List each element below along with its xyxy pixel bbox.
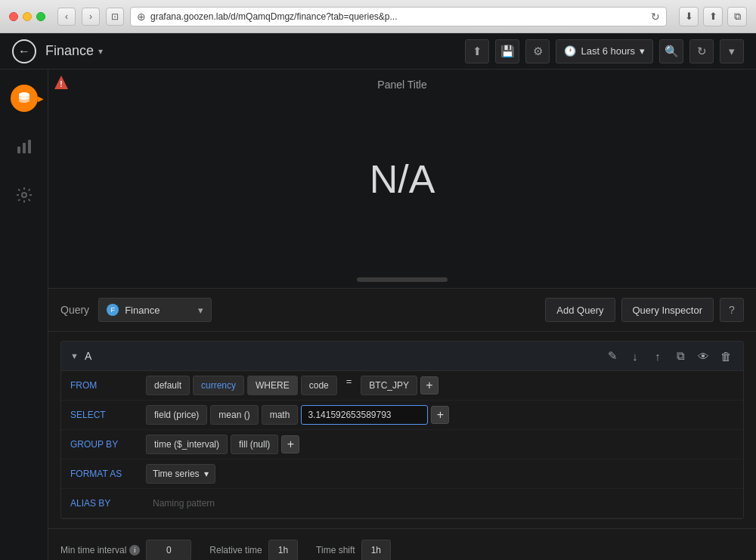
title-text: Finance xyxy=(45,43,94,59)
svg-rect-3 xyxy=(28,140,31,153)
query-block-a: ▼ A ✎ ↓ ↑ ⧉ 👁 🗑 FROM xyxy=(60,341,744,519)
format-dropdown-icon: ▾ xyxy=(204,469,209,479)
format-as-content: Time series ▾ xyxy=(146,464,734,484)
traffic-lights xyxy=(9,12,45,21)
query-block-header-a: ▼ A ✎ ↓ ↑ ⧉ 👁 🗑 xyxy=(61,342,743,371)
share-dashboard-button[interactable]: ⬆ xyxy=(465,39,489,63)
panel-area: ! Panel Title N/A xyxy=(48,70,756,289)
time-interval-selector[interactable]: time ($_interval) xyxy=(146,435,228,454)
browser-actions: ⬇ ⬆ ⧉ xyxy=(679,7,747,26)
where-field-selector[interactable]: code xyxy=(301,376,337,395)
format-select[interactable]: Time series ▾ xyxy=(146,464,215,484)
back-arrow-icon: ← xyxy=(18,45,30,58)
query-inspector-button[interactable]: Query Inspector xyxy=(621,298,714,322)
fill-selector[interactable]: fill (null) xyxy=(231,435,278,454)
panel-value: N/A xyxy=(370,156,435,202)
database-icon xyxy=(11,85,38,112)
select-content: field (price) mean () math + xyxy=(146,405,734,425)
svg-rect-2 xyxy=(23,143,26,153)
alert-badge: ! xyxy=(54,76,68,89)
where-keyword: WHERE xyxy=(247,376,298,395)
share-icon[interactable]: ⬆ xyxy=(703,7,723,26)
relative-time-label: Relative time xyxy=(209,545,262,555)
main-layout: ▶ ! Panel Title N/A xyxy=(0,70,756,560)
title-dropdown-icon[interactable]: ▾ xyxy=(98,46,103,57)
more-options-button[interactable]: ▾ xyxy=(720,39,744,63)
where-operator[interactable]: = xyxy=(340,376,358,395)
download-icon[interactable]: ⬇ xyxy=(679,7,699,26)
dashboard-settings-button[interactable]: ⚙ xyxy=(525,39,550,63)
app-header: ← Finance ▾ ⬆ 💾 ⚙ 🕐 Last 6 hours ▾ 🔍 ↻ ▾ xyxy=(0,33,756,70)
time-shift-group: Time shift 1h xyxy=(316,540,391,560)
time-shift-value[interactable]: 1h xyxy=(361,540,391,560)
move-up-icon[interactable]: ↑ xyxy=(649,348,666,364)
svg-point-4 xyxy=(22,193,26,197)
sidebar-item-database[interactable]: ▶ xyxy=(8,82,41,115)
time-picker-button[interactable]: 🕐 Last 6 hours ▾ xyxy=(556,39,653,63)
datasource-dropdown-icon: ▾ xyxy=(198,305,203,316)
svg-rect-1 xyxy=(17,147,20,153)
forward-nav-button[interactable]: › xyxy=(82,8,100,26)
time-picker-dropdown-icon: ▾ xyxy=(640,45,645,57)
title-bar: ‹ › ⊡ ⊕ grafana.goozen.lab/d/mQamqDmgz/f… xyxy=(0,0,756,33)
field-selector[interactable]: field (price) xyxy=(146,405,207,425)
search-button[interactable]: 🔍 xyxy=(659,39,683,63)
sidebar-item-chart[interactable] xyxy=(8,130,41,163)
query-editor-header: Query F Finance ▾ Add Query Query Inspec… xyxy=(48,289,756,332)
relative-time-value[interactable]: 1h xyxy=(268,540,298,560)
delete-query-icon[interactable]: 🗑 xyxy=(717,348,734,364)
globe-icon: ⊕ xyxy=(137,11,146,23)
from-label: FROM xyxy=(70,380,146,391)
content-area: ! Panel Title N/A Query F Finance ▾ Add … xyxy=(48,70,756,560)
query-name-a: A xyxy=(85,350,91,362)
alias-input[interactable] xyxy=(146,493,373,513)
window-controls-button[interactable]: ⊡ xyxy=(106,8,124,26)
format-as-label: FORMAT AS xyxy=(70,469,146,479)
function-selector[interactable]: math xyxy=(262,405,299,425)
add-group-by-button[interactable]: + xyxy=(281,435,299,453)
toggle-visibility-icon[interactable]: 👁 xyxy=(695,348,711,364)
url-text: grafana.goozen.lab/d/mQamqDmgz/finance?t… xyxy=(150,11,651,22)
sidebar-item-settings[interactable] xyxy=(8,178,41,212)
format-as-row: FORMAT AS Time series ▾ xyxy=(61,459,743,489)
datasource-select[interactable]: F Finance ▾ xyxy=(98,298,212,322)
min-time-interval-input[interactable] xyxy=(146,540,191,560)
help-button[interactable]: ? xyxy=(720,298,744,322)
add-select-button[interactable]: + xyxy=(431,406,449,424)
edit-query-icon[interactable]: ✎ xyxy=(604,348,621,364)
close-button[interactable] xyxy=(9,12,18,21)
where-value-selector[interactable]: BTC_JPY xyxy=(361,376,417,395)
relative-time-group: Relative time 1h xyxy=(209,540,298,560)
fullscreen-button[interactable] xyxy=(36,12,45,21)
query-label: Query xyxy=(60,304,89,316)
minimize-button[interactable] xyxy=(23,12,32,21)
group-by-content: time ($_interval) fill (null) + xyxy=(146,435,734,454)
tab-icon[interactable]: ⧉ xyxy=(727,7,747,26)
bottom-options: Min time interval i Relative time 1h Tim… xyxy=(48,528,756,560)
sidebar: ▶ xyxy=(0,70,48,560)
horizontal-scrollbar[interactable] xyxy=(357,277,448,282)
dashboard-title: Finance ▾ xyxy=(45,43,103,59)
back-nav-button[interactable]: ‹ xyxy=(57,8,76,26)
add-where-button[interactable]: + xyxy=(420,376,438,394)
min-time-interval-label: Min time interval i xyxy=(60,545,140,555)
move-down-icon[interactable]: ↓ xyxy=(627,348,643,364)
collapse-icon[interactable]: ▼ xyxy=(70,351,79,360)
clock-icon: 🕐 xyxy=(564,45,576,57)
select-row: SELECT field (price) mean () math + xyxy=(61,401,743,430)
duplicate-query-icon[interactable]: ⧉ xyxy=(672,348,689,364)
header-actions: ⬆ 💾 ⚙ 🕐 Last 6 hours ▾ 🔍 ↻ ▾ xyxy=(465,39,744,63)
aggregation-selector[interactable]: mean () xyxy=(210,405,258,425)
url-bar[interactable]: ⊕ grafana.goozen.lab/d/mQamqDmgz/finance… xyxy=(130,7,667,26)
math-input[interactable] xyxy=(301,405,428,425)
refresh-button[interactable]: ↻ xyxy=(689,39,714,63)
select-label: SELECT xyxy=(70,410,146,420)
from-content: default currency WHERE code = xyxy=(146,376,734,395)
back-button[interactable]: ← xyxy=(12,39,36,63)
active-indicator: ▶ xyxy=(38,94,44,103)
min-time-interval-info-icon[interactable]: i xyxy=(129,545,140,555)
add-query-button[interactable]: Add Query xyxy=(545,298,615,322)
measurement-selector[interactable]: currency xyxy=(193,376,244,395)
save-dashboard-button[interactable]: 💾 xyxy=(495,39,519,63)
schema-selector[interactable]: default xyxy=(146,376,190,395)
